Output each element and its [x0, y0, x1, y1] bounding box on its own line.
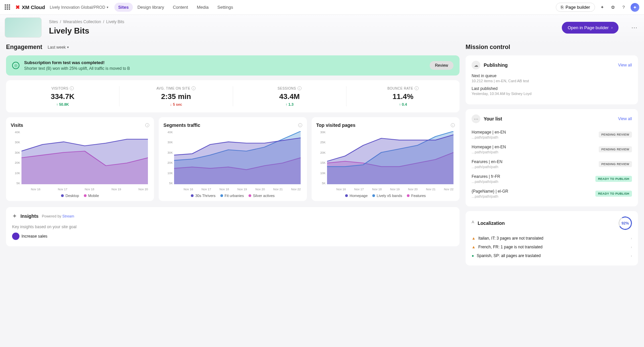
app-switcher-icon[interactable]	[5, 4, 11, 10]
site-goal: Increase sales	[12, 233, 47, 240]
review-button[interactable]: Review	[430, 61, 453, 70]
logo-mark-icon: ✖	[15, 4, 20, 10]
insights-subtitle: Key insights based on your site goal	[12, 225, 453, 229]
engagement-title: Engagement	[6, 44, 42, 51]
info-icon[interactable]: i	[145, 123, 149, 127]
test-complete-alert: ◎ Subscription form test was completed! …	[6, 55, 460, 76]
avatar[interactable]: ✦	[631, 3, 639, 12]
page-header: Sites/Wearables Collection/Lively Bits L…	[0, 15, 644, 44]
check-icon: ●	[472, 253, 474, 258]
breadcrumb: Sites/Wearables Collection/Lively Bits	[49, 19, 554, 24]
publishing-view-all[interactable]: View all	[618, 63, 632, 67]
list-item[interactable]: {PageName} | el-GR...path/path/path READ…	[472, 186, 632, 201]
breadcrumb-item[interactable]: Sites	[49, 19, 58, 24]
insights-title: Insights	[20, 213, 39, 219]
mission-control-title: Mission control	[466, 44, 638, 51]
next-in-queue-value: 10.212 items | en-EN, Card AB test	[472, 79, 632, 83]
page-builder-icon: ⎘	[561, 5, 564, 10]
nav-tab-settings[interactable]: Settings	[213, 3, 237, 12]
nav-tab-design-library[interactable]: Design library	[133, 3, 168, 12]
sparkles-icon: ✦	[12, 212, 17, 220]
more-menu-button[interactable]: ⋯	[629, 22, 639, 33]
alert-subtitle: Shorter text (B) won with 25% uplift, Al…	[24, 66, 425, 71]
charts-row: Visitsi 40K30K30K20K10K5K Nov 16Nov 17No…	[6, 117, 460, 201]
warning-icon: ▲	[472, 236, 476, 241]
status-badge: READY TO PUBLISH	[595, 191, 632, 197]
target-icon: ◎	[12, 62, 19, 69]
info-icon[interactable]: i	[70, 86, 74, 90]
warning-icon: ▲	[472, 245, 476, 249]
stream-link[interactable]: Stream	[62, 214, 74, 218]
environment-dropdown[interactable]: Lively Innovation Global/PROD▾	[50, 5, 108, 10]
breadcrumb-item[interactable]: Wearables Collection	[63, 19, 101, 24]
list-item[interactable]: Homepage | en-EN...path/path/path PENDIN…	[472, 142, 632, 157]
publishing-title: Publishing	[484, 62, 615, 68]
localization-row[interactable]: ▲French, FR: 1 page is not translated›	[472, 243, 632, 251]
localization-row[interactable]: ▲Italian, IT: 3 pages are not translated…	[472, 234, 632, 243]
help-icon[interactable]: ?	[620, 4, 627, 11]
last-published-label: Last published	[472, 86, 632, 91]
publishing-panel: ☁ Publishing View all Next in queue 10.2…	[466, 55, 638, 104]
page-builder-button[interactable]: ⎘ Page builder	[556, 3, 595, 12]
goal-icon	[12, 233, 19, 240]
localization-panel: ᴬ Localization 92% ▲Italian, IT: 3 pages…	[466, 211, 638, 265]
nav-tab-sites[interactable]: Sites	[114, 3, 133, 12]
info-icon[interactable]: i	[415, 86, 419, 90]
status-badge: PENDING REVIEW	[599, 161, 632, 167]
stat-avg-time-on-site: AVG. TIME ON SITEi 2:35 min ↓ 5 sec	[119, 86, 233, 106]
stat-sessions: SESSIONSi 43.4M ↑ 1.3	[233, 86, 346, 106]
stat-visitors: VISITORSi 334.7K ↑ 50.8K	[6, 86, 119, 106]
list-item[interactable]: Homepage | en-EN...path/path/path PENDIN…	[472, 127, 632, 142]
list-item[interactable]: Fearures | fr-FR...path/path/path READY …	[472, 171, 632, 186]
date-range-dropdown[interactable]: Last week▾	[48, 45, 69, 50]
list-icon: ⋯	[472, 114, 480, 123]
localization-progress-ring: 92%	[617, 215, 634, 232]
publishing-icon: ☁	[472, 61, 480, 69]
product-logo: ✖ XM Cloud	[15, 4, 45, 10]
page-title: Lively Bits	[49, 26, 554, 36]
info-icon[interactable]: i	[192, 86, 196, 90]
nav-tab-media[interactable]: Media	[193, 3, 213, 12]
chevron-right-icon: ›	[611, 26, 612, 30]
localization-title: Localization	[478, 220, 615, 226]
product-name: XM Cloud	[22, 4, 45, 10]
status-badge: PENDING REVIEW	[599, 132, 632, 138]
localization-row[interactable]: ●Spanish, SP: all pages are traslated›	[472, 251, 632, 260]
chevron-right-icon: ›	[631, 254, 632, 258]
status-badge: READY TO PUBLISH	[595, 176, 632, 182]
chevron-right-icon: ›	[631, 245, 632, 249]
powered-by: Powered by Stream	[42, 214, 74, 218]
list-item[interactable]: Fearures | en-EN...path/path/path PENDIN…	[472, 157, 632, 171]
chevron-down-icon: ▾	[67, 45, 69, 49]
localization-icon: ᴬ	[472, 219, 474, 227]
stats-row: VISITORSi 334.7K ↑ 50.8KAVG. TIME ON SIT…	[6, 80, 460, 112]
alert-title: Subscription form test was completed!	[24, 60, 425, 65]
ai-icon[interactable]: ✦	[598, 4, 606, 11]
chart-segments-traffic: Segments traffici 40K30K30K20K10K5K Nov …	[159, 117, 307, 201]
info-icon[interactable]: i	[298, 123, 302, 127]
chevron-down-icon: ▾	[107, 5, 108, 9]
your-list-panel: ⋯ Your list View all Homepage | en-EN...…	[466, 109, 638, 206]
page-thumbnail	[5, 17, 42, 38]
info-icon[interactable]: i	[451, 123, 455, 127]
nav-tab-content[interactable]: Content	[169, 3, 192, 12]
extensions-icon[interactable]: ✿	[609, 4, 616, 11]
chevron-right-icon: ›	[631, 237, 632, 240]
chart-visits: Visitsi 40K30K30K20K10K5K Nov 16Nov 17No…	[6, 117, 154, 201]
open-in-page-builder-button[interactable]: Open in Page builder ›	[562, 22, 619, 34]
chart-top-visited-pages: Top visited pagesi 30K25K20K15K10K5K Nov…	[312, 117, 460, 201]
your-list-title: Your list	[484, 116, 615, 121]
info-icon[interactable]: i	[298, 86, 302, 90]
your-list-view-all[interactable]: View all	[618, 116, 632, 121]
nav-tabs: SitesDesign libraryContentMediaSettings	[114, 3, 237, 12]
breadcrumb-item[interactable]: Lively Bits	[106, 19, 124, 24]
last-published-value: Yesterday, 10:34 AM by Sidney Loyd	[472, 92, 632, 96]
next-in-queue-label: Next in queue	[472, 73, 632, 78]
topbar: ✖ XM Cloud Lively Innovation Global/PROD…	[0, 0, 644, 15]
status-badge: PENDING REVIEW	[599, 146, 632, 152]
insights-panel: ✦ Insights Powered by Stream Key insight…	[6, 207, 460, 246]
stat-bounce-rate: BOUNCE RATEi 11.4% ↑ 0.4	[346, 86, 460, 106]
